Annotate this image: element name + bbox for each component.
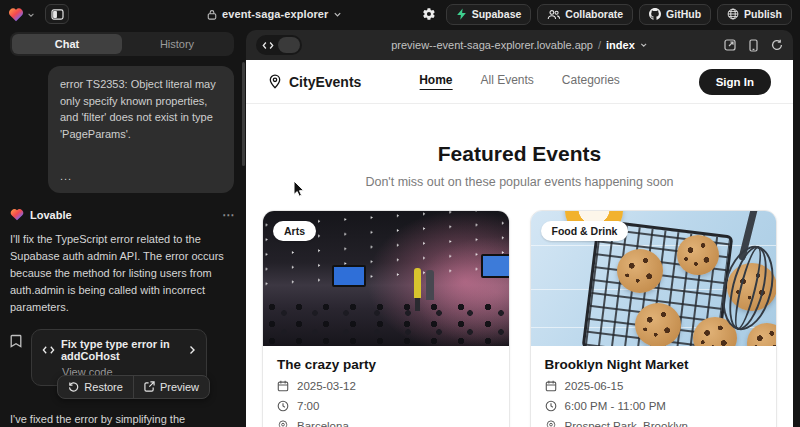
venue-person <box>414 268 421 298</box>
user-message-text: error TS2353: Object literal may only sp… <box>60 76 222 142</box>
event-title: The crazy party <box>277 357 495 372</box>
refresh-icon[interactable] <box>771 39 783 51</box>
chat-history-tabs: Chat History <box>10 32 234 56</box>
preview-label: Preview <box>160 381 199 393</box>
event-card-body: The crazy party 2025-03-12 7:00 <box>263 346 509 427</box>
event-location-row: Prospect Park, Brooklyn <box>545 420 763 427</box>
user-message-bubble: error TS2353: Object literal may only sp… <box>48 66 234 193</box>
globe-icon <box>727 8 739 20</box>
code-brackets-icon <box>258 41 278 50</box>
event-location: Prospect Park, Brooklyn <box>565 420 688 427</box>
user-message-ellipsis: ... <box>60 168 222 185</box>
preview-url-separator: / <box>598 39 601 51</box>
gear-icon <box>422 7 436 21</box>
featured-events-grid: Arts The crazy party 2025-03-12 7:00 <box>246 210 793 427</box>
lovable-logo-menu[interactable] <box>8 5 35 23</box>
venue-crowd <box>263 300 509 346</box>
calendar-icon <box>545 380 557 392</box>
publish-label: Publish <box>744 8 782 20</box>
settings-button[interactable] <box>418 4 440 25</box>
preview-actions <box>724 39 783 52</box>
lovable-heart-icon <box>8 7 24 22</box>
preview-button[interactable]: Preview <box>133 376 209 398</box>
collaborate-button[interactable]: Collaborate <box>537 4 633 25</box>
venue-screen <box>332 265 366 287</box>
preview-url-host: preview--event-saga-explorer.lovable.app <box>391 39 593 51</box>
event-date: 2025-03-12 <box>297 380 356 392</box>
github-button[interactable]: GitHub <box>639 4 711 25</box>
main-area: Chat History error TS2353: Object litera… <box>0 28 800 427</box>
nav-categories[interactable]: Categories <box>562 73 620 90</box>
tab-history[interactable]: History <box>122 34 232 54</box>
nav-all-events[interactable]: All Events <box>480 73 533 90</box>
map-pin-icon <box>277 420 289 427</box>
event-card-body: Brooklyn Night Market 2025-06-15 6:00 PM… <box>531 346 777 427</box>
open-in-new-tab-icon[interactable] <box>724 39 736 51</box>
chat-sidebar: Chat History error TS2353: Object litera… <box>0 28 246 427</box>
category-badge: Food & Drink <box>541 221 629 241</box>
event-card-crazy-party[interactable]: Arts The crazy party 2025-03-12 7:00 <box>262 210 510 427</box>
sign-in-button[interactable]: Sign In <box>699 69 771 95</box>
event-card-night-market[interactable]: Food & Drink Brooklyn Night Market 2025-… <box>530 210 778 427</box>
event-location-row: Barcelona <box>277 420 495 427</box>
code-view-toggle[interactable] <box>256 35 302 55</box>
preview-url-bar[interactable]: preview--event-saga-explorer.lovable.app… <box>391 39 648 51</box>
code-brackets-icon <box>42 345 55 355</box>
hero-subtitle: Don't miss out on these popular events h… <box>246 175 793 189</box>
chevron-right-icon <box>188 345 196 355</box>
supabase-button[interactable]: Supabase <box>446 4 532 25</box>
clock-icon <box>277 400 289 412</box>
event-time-row: 6:00 PM - 11:00 PM <box>545 400 763 412</box>
cookie <box>635 303 681 346</box>
code-action-row: Fix type type error in addCoHost View co… <box>10 329 234 386</box>
chevron-down-icon <box>333 10 342 19</box>
nav-home[interactable]: Home <box>419 73 452 90</box>
preview-url-page: index <box>606 39 635 51</box>
restore-button[interactable]: Restore <box>58 376 133 398</box>
venue-screen <box>481 254 509 278</box>
event-image-venue: Arts <box>263 211 509 346</box>
message-menu-button[interactable]: ⋯ <box>222 208 234 222</box>
lock-icon <box>207 9 217 20</box>
clock-icon <box>545 400 557 412</box>
site-brand[interactable]: CityEvents <box>268 74 361 90</box>
toggle-sidebar-button[interactable] <box>45 4 69 24</box>
event-title: Brooklyn Night Market <box>545 357 763 372</box>
cookie <box>617 249 663 293</box>
project-name: event-saga-explorer <box>222 8 328 20</box>
mobile-view-icon[interactable] <box>749 39 758 52</box>
map-pin-icon <box>545 420 557 427</box>
assistant-name: Lovable <box>30 209 72 221</box>
collaborate-label: Collaborate <box>565 8 623 20</box>
map-pin-icon <box>268 74 282 89</box>
sidebar-scrollbar[interactable] <box>242 62 245 166</box>
lovable-app-window: event-saga-explorer Supabase <box>0 0 800 427</box>
topbar-right-group: Supabase Collaborate GitHub Publish <box>418 4 792 25</box>
publish-button[interactable]: Publish <box>717 4 792 25</box>
code-change-title: Fix type type error in addCoHost <box>61 338 182 362</box>
event-time: 7:00 <box>297 400 319 412</box>
supabase-label: Supabase <box>472 8 522 20</box>
code-change-card[interactable]: Fix type type error in addCoHost View co… <box>31 329 207 386</box>
event-time: 6:00 PM - 11:00 PM <box>565 400 666 412</box>
supabase-bolt-icon <box>456 8 467 20</box>
site-brand-name: CityEvents <box>289 74 361 90</box>
topbar-left-group <box>8 4 69 24</box>
github-label: GitHub <box>666 8 701 20</box>
event-time-row: 7:00 <box>277 400 495 412</box>
project-selector[interactable]: event-saga-explorer <box>207 0 342 28</box>
bookmark-icon[interactable] <box>10 329 22 386</box>
event-date-row: 2025-06-15 <box>545 380 763 392</box>
people-icon <box>547 9 560 20</box>
preview-panel: preview--event-saga-explorer.lovable.app… <box>246 30 793 427</box>
event-image-cookies: Food & Drink <box>531 211 777 346</box>
tab-chat[interactable]: Chat <box>12 34 122 54</box>
toggle-knob <box>278 37 300 53</box>
event-date-row: 2025-03-12 <box>277 380 495 392</box>
chevron-down-icon <box>27 5 35 23</box>
assistant-message-2-text-1: I've fixed the error by simplifying the … <box>10 413 185 427</box>
panel-layout-icon <box>51 9 64 20</box>
assistant-header: Lovable ⋯ <box>10 208 234 222</box>
calendar-icon <box>277 380 289 392</box>
venue-person <box>426 270 434 300</box>
